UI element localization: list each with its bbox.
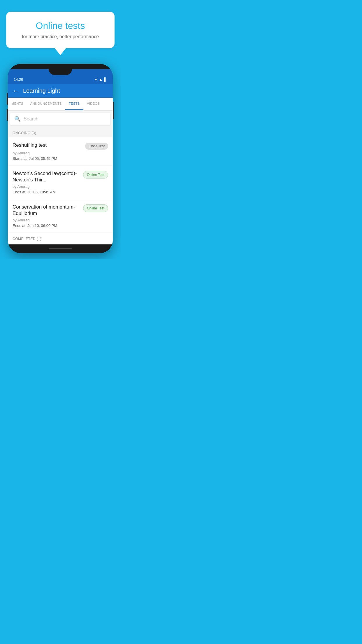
test-author: by Anurag — [13, 218, 108, 222]
camera-notch — [49, 69, 72, 75]
test-date: Ends at Jul 06, 10:45 AM — [13, 190, 108, 194]
date-label: Starts at — [13, 156, 27, 161]
notch-area — [8, 69, 113, 75]
badge-class-test: Class Test — [85, 143, 108, 150]
status-bar: 14:29 ▾ ▲ ▌ — [8, 75, 113, 84]
date-value: Jun 10, 06:00 PM — [27, 223, 57, 228]
tab-ments[interactable]: MENTS — [8, 98, 27, 110]
power-button — [113, 102, 114, 119]
test-card-header: Conservation of momentum-Equilibrium Onl… — [13, 204, 108, 217]
status-time: 14:29 — [14, 77, 23, 82]
date-label: Ends at — [13, 190, 25, 194]
home-indicator — [49, 248, 72, 249]
date-value: Jul 05, 05:45 PM — [29, 156, 57, 161]
wifi-icon: ▾ — [95, 77, 97, 82]
back-button[interactable]: ← — [13, 88, 18, 94]
status-icons: ▾ ▲ ▌ — [95, 77, 107, 82]
speech-bubble-title: Online tests — [18, 20, 103, 31]
speech-bubble-tail — [55, 48, 66, 55]
app-bar: ← Learning Light — [8, 84, 113, 98]
test-card[interactable]: Newton's Second law(contd)-Newton's Thir… — [8, 166, 113, 199]
speech-bubble-subtitle: for more practice, better performance — [18, 34, 103, 39]
phone-device: 14:29 ▾ ▲ ▌ ← Learning Light MENTS ANNOU… — [8, 64, 113, 253]
tab-announcements[interactable]: ANNOUNCEMENTS — [27, 98, 65, 110]
tabs-bar: MENTS ANNOUNCEMENTS TESTS VIDEOS — [8, 98, 113, 111]
test-card[interactable]: Conservation of momentum-Equilibrium Onl… — [8, 199, 113, 232]
badge-online-test: Online Test — [83, 204, 108, 212]
battery-icon: ▌ — [104, 77, 107, 82]
search-icon: 🔍 — [14, 116, 21, 122]
app-title: Learning Light — [23, 88, 60, 94]
phone-bottom-bezel — [8, 244, 113, 253]
ongoing-section-label: ONGOING (3) — [8, 127, 113, 137]
search-placeholder: Search — [24, 116, 38, 122]
test-author: by Anurag — [13, 184, 108, 189]
speech-bubble-section: Online tests for more practice, better p… — [6, 12, 115, 55]
phone-top-bezel — [8, 64, 113, 70]
test-title: Newton's Second law(contd)-Newton's Thir… — [13, 170, 80, 183]
test-title: Conservation of momentum-Equilibrium — [13, 204, 80, 217]
speech-bubble: Online tests for more practice, better p… — [6, 12, 115, 48]
completed-section-label: COMPLETED (1) — [8, 233, 113, 244]
phone-frame: 14:29 ▾ ▲ ▌ ← Learning Light MENTS ANNOU… — [8, 64, 113, 259]
date-value: Jul 06, 10:45 AM — [27, 190, 56, 194]
test-title: Reshuffling test — [13, 142, 82, 148]
screen-content: 🔍 Search ONGOING (3) Reshuffling test Cl… — [8, 111, 113, 244]
search-bar[interactable]: 🔍 Search — [10, 113, 110, 125]
test-card[interactable]: Reshuffling test Class Test by Anurag St… — [8, 137, 113, 165]
signal-icon: ▲ — [99, 77, 103, 82]
test-card-header: Newton's Second law(contd)-Newton's Thir… — [13, 170, 108, 183]
tab-videos[interactable]: VIDEOS — [83, 98, 103, 110]
test-date: Ends at Jun 10, 06:00 PM — [13, 223, 108, 228]
test-card-header: Reshuffling test Class Test — [13, 142, 108, 150]
test-date: Starts at Jul 05, 05:45 PM — [13, 156, 108, 161]
tab-tests[interactable]: TESTS — [65, 98, 83, 110]
date-label: Ends at — [13, 223, 25, 228]
test-author: by Anurag — [13, 151, 108, 155]
badge-online-test: Online Test — [83, 171, 108, 178]
